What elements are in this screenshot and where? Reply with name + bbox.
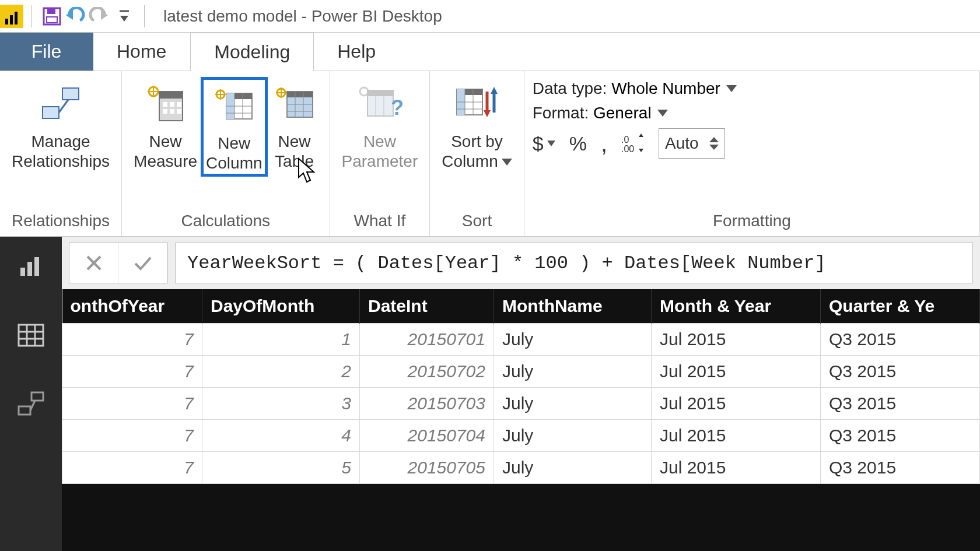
sort-by-column-icon [453,80,500,127]
dollar-icon: $ [533,132,544,155]
column-header[interactable]: MonthName [494,289,652,324]
data-view-button[interactable] [14,318,48,352]
svg-rect-1 [10,15,13,24]
svg-marker-9 [120,16,128,22]
manage-relationships-button[interactable]: Manage Relationships [8,77,113,171]
group-label-formatting: Formatting [533,210,971,234]
new-parameter-label: New Parameter [342,132,418,171]
table-cell[interactable]: 20150705 [360,452,494,484]
spinner-arrows[interactable] [709,137,719,150]
format-dropdown[interactable]: Format: General [533,104,737,122]
report-view-button[interactable] [14,250,48,283]
new-column-label: New Column [206,134,262,173]
table-cell[interactable]: 7 [62,420,202,452]
chevron-down-icon [726,85,737,92]
new-measure-label: New Measure [134,132,197,171]
svg-rect-18 [163,102,167,107]
column-header[interactable]: onthOfYear [62,289,202,324]
table-cell[interactable]: 1 [202,324,360,356]
svg-rect-11 [43,107,59,118]
table-cell[interactable]: Q3 2015 [821,388,980,420]
manage-relationships-icon [37,80,84,127]
new-parameter-button[interactable]: ? New Parameter [338,77,422,171]
table-cell[interactable]: Jul 2015 [652,388,821,420]
format-value: General [593,104,652,122]
redo-button[interactable] [87,5,110,28]
manage-relationships-label: Manage Relationships [12,132,110,171]
percent-format-button[interactable]: % [569,132,587,155]
table-cell[interactable]: 3 [202,388,360,420]
svg-rect-72 [32,392,43,401]
table-cell[interactable]: Q3 2015 [821,420,980,452]
table-cell[interactable]: July [494,356,652,388]
column-header[interactable]: DayOfMonth [202,289,360,324]
thousands-separator-button[interactable]: , [601,131,607,157]
view-strip [0,237,62,551]
group-whatif: ? New Parameter What If [330,71,430,236]
table-cell[interactable]: 4 [202,420,360,452]
table-cell[interactable]: Jul 2015 [652,420,821,452]
sort-by-column-button[interactable]: Sort by Column [438,77,515,171]
svg-line-12 [59,100,68,113]
decimal-places-spinner[interactable]: Auto [659,128,725,159]
svg-rect-10 [62,88,79,100]
group-label-whatif: What If [338,210,422,234]
group-label-calculations: Calculations [130,210,321,234]
formula-commit-button[interactable] [118,243,167,283]
table-row[interactable]: 7320150703JulyJul 2015Q3 2015 [62,388,980,420]
tab-home[interactable]: Home [93,33,190,71]
table-cell[interactable]: Jul 2015 [652,324,821,356]
new-measure-button[interactable]: New Measure [130,77,201,171]
table-cell[interactable]: July [494,420,652,452]
app-logo [0,5,23,28]
new-column-button[interactable]: New Column [201,77,267,177]
table-cell[interactable]: July [494,324,652,356]
format-label: Format: [533,104,589,122]
table-cell[interactable]: Q3 2015 [821,452,980,484]
table-cell[interactable]: Q3 2015 [821,324,980,356]
undo-button[interactable] [64,5,87,28]
qat-customize-button[interactable] [113,5,136,28]
chevron-down-icon [547,141,555,146]
svg-point-43 [360,87,368,96]
column-header[interactable]: DateInt [360,289,494,324]
table-cell[interactable]: Jul 2015 [652,356,821,388]
svg-rect-5 [47,17,57,23]
table-row[interactable]: 7420150704JulyJul 2015Q3 2015 [62,420,980,452]
table-cell[interactable]: 7 [62,388,202,420]
window-title: latest demo model - Power BI Desktop [163,7,442,26]
table-cell[interactable]: 20150701 [360,324,494,356]
svg-rect-64 [20,268,25,276]
tab-file[interactable]: File [0,33,93,71]
formula-cancel-button[interactable] [69,243,118,283]
new-table-button[interactable]: New Table [268,77,321,171]
model-view-button[interactable] [14,387,48,421]
chevron-down-icon [657,110,668,117]
table-cell[interactable]: 7 [62,324,202,356]
table-cell[interactable]: July [494,388,652,420]
data-type-dropdown[interactable]: Data type: Whole Number [533,79,737,98]
table-cell[interactable]: 20150703 [360,388,494,420]
svg-rect-38 [287,92,313,97]
group-label-sort: Sort [438,210,515,234]
table-cell[interactable]: Q3 2015 [821,356,980,388]
table-cell[interactable]: 7 [62,356,202,388]
column-header[interactable]: Month & Year [652,289,821,324]
table-row[interactable]: 7120150701JulyJul 2015Q3 2015 [62,324,980,356]
table-cell[interactable]: 5 [202,452,360,484]
currency-format-button[interactable]: $ [533,132,555,155]
tab-help[interactable]: Help [314,33,400,71]
column-header[interactable]: Quarter & Ye [821,289,980,324]
table-row[interactable]: 7520150705JulyJul 2015Q3 2015 [62,452,980,484]
table-cell[interactable]: Jul 2015 [652,452,821,484]
formula-input[interactable]: YearWeekSort = ( Dates[Year] * 100 ) + D… [175,243,973,283]
table-cell[interactable]: 2 [202,356,360,388]
table-row[interactable]: 7220150702JulyJul 2015Q3 2015 [62,356,980,388]
tab-modeling[interactable]: Modeling [190,33,314,71]
data-grid[interactable]: onthOfYear DayOfMonth DateInt MonthName … [62,289,980,484]
save-button[interactable] [40,5,64,28]
table-cell[interactable]: 20150704 [360,420,494,452]
table-cell[interactable]: 20150702 [360,356,494,388]
table-cell[interactable]: 7 [62,452,202,484]
table-cell[interactable]: July [494,452,652,484]
